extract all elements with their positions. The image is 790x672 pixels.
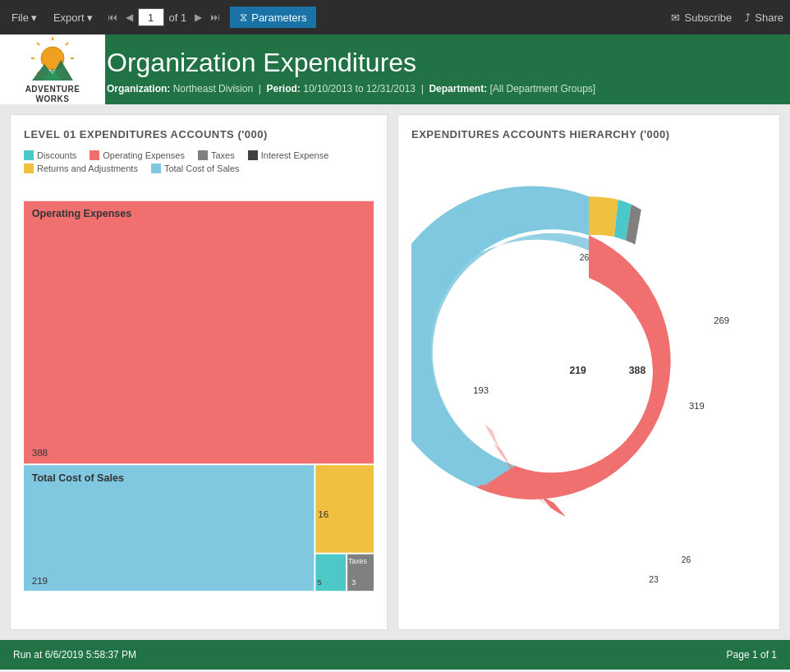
treemap-operating[interactable] bbox=[24, 201, 374, 463]
donut-label-26-top: 26 bbox=[580, 253, 590, 262]
legend-item-discounts: Discounts bbox=[24, 150, 76, 160]
legend-item-taxes: Taxes bbox=[198, 150, 235, 160]
export-menu-button[interactable]: Export ▾ bbox=[48, 8, 98, 27]
report-subtitle: Organization: Northeast Division | Perio… bbox=[107, 83, 774, 94]
svg-line-7 bbox=[66, 43, 68, 45]
share-button[interactable]: ⤴ Share bbox=[745, 12, 783, 24]
donut-label-23: 23 bbox=[649, 575, 659, 584]
treemap-chart: Operating Expenses 388 Total Cost of Sal… bbox=[24, 182, 374, 610]
legend-color-operating bbox=[90, 150, 99, 160]
nav-last-button[interactable]: ⏭ bbox=[207, 10, 223, 25]
treemap-taxes-label: Taxes bbox=[348, 557, 367, 565]
donut-label-269: 269 bbox=[714, 315, 729, 325]
nav-controls: ⏮ ◀ 1 of 1 ▶ ⏭ bbox=[104, 8, 224, 26]
logo-icon bbox=[28, 35, 77, 85]
donut-center bbox=[535, 316, 642, 424]
donut-outer-returns[interactable] bbox=[589, 196, 618, 237]
left-panel-title: LEVEL 01 EXPENDITURES ACCOUNTS ('000) bbox=[24, 128, 374, 140]
treemap-operating-label: Operating Expenses bbox=[32, 208, 132, 219]
file-menu-button[interactable]: File ▾ bbox=[7, 8, 42, 27]
left-panel: LEVEL 01 EXPENDITURES ACCOUNTS ('000) Di… bbox=[10, 114, 388, 630]
main-content: LEVEL 01 EXPENDITURES ACCOUNTS ('000) Di… bbox=[0, 104, 790, 640]
treemap-total-cost-label: Total Cost of Sales bbox=[32, 472, 124, 484]
footer-run-at: Run at 6/6/2019 5:58:37 PM bbox=[13, 649, 136, 660]
nav-first-button[interactable]: ⏮ bbox=[104, 10, 121, 25]
legend-item-interest: Interest Expense bbox=[248, 150, 329, 160]
legend-color-total-cost bbox=[151, 163, 161, 173]
legend-color-returns bbox=[24, 163, 34, 173]
treemap-total-cost-value: 219 bbox=[32, 575, 48, 586]
nav-prev-button[interactable]: ◀ bbox=[122, 10, 136, 25]
treemap-returns-value: 16 bbox=[318, 509, 328, 519]
treemap-discounts-value: 5 bbox=[317, 578, 321, 587]
subscribe-button[interactable]: ✉ Subscribe bbox=[671, 12, 732, 24]
legend-item-operating: Operating Expenses bbox=[90, 150, 185, 160]
report-header: Adventure Works Organization Expenditure… bbox=[0, 35, 790, 104]
donut-label-219: 219 bbox=[570, 365, 587, 376]
nav-next-button[interactable]: ▶ bbox=[191, 10, 205, 25]
logo-area: Adventure Works bbox=[0, 35, 105, 104]
donut-label-319: 319 bbox=[689, 401, 705, 411]
donut-label-193: 193 bbox=[473, 385, 489, 395]
treemap-total-cost[interactable] bbox=[24, 465, 314, 591]
parameters-button[interactable]: ⧖ Parameters bbox=[230, 7, 316, 28]
svg-line-5 bbox=[37, 43, 39, 45]
treemap-taxes-value: 3 bbox=[351, 578, 356, 587]
treemap-operating-value: 388 bbox=[32, 447, 48, 458]
right-panel-title: EXPENDITURES ACCOUNTS HIERARCHY ('000) bbox=[411, 128, 766, 140]
legend-item-returns: Returns and Adjustments bbox=[24, 163, 138, 173]
footer-page-info: Page 1 of 1 bbox=[727, 649, 777, 660]
legend-color-interest bbox=[248, 150, 258, 160]
page-of-text: of 1 bbox=[169, 12, 187, 24]
footer: Run at 6/6/2019 5:58:37 PM Page 1 of 1 bbox=[0, 640, 790, 670]
page-number-input[interactable]: 1 bbox=[138, 8, 164, 26]
legend-color-taxes bbox=[198, 150, 208, 160]
toolbar-right: ✉ Subscribe ⤴ Share bbox=[671, 12, 783, 24]
donut-label-26-bot: 26 bbox=[682, 555, 691, 564]
donut-chart: 388 319 269 219 193 26 26 23 bbox=[411, 150, 766, 605]
legend-item-total-cost: Total Cost of Sales bbox=[151, 163, 240, 173]
logo-text: Adventure Works bbox=[25, 85, 80, 104]
donut-label-388: 388 bbox=[629, 365, 646, 376]
legend: Discounts Operating Expenses Taxes Inter… bbox=[24, 150, 374, 173]
legend-color-discounts bbox=[24, 150, 34, 160]
report-title: Organization Expenditures bbox=[107, 48, 774, 78]
toolbar: File ▾ Export ▾ ⏮ ◀ 1 of 1 ▶ ⏭ ⧖ Paramet… bbox=[0, 0, 790, 35]
right-panel: EXPENDITURES ACCOUNTS HIERARCHY ('000) bbox=[397, 114, 780, 630]
